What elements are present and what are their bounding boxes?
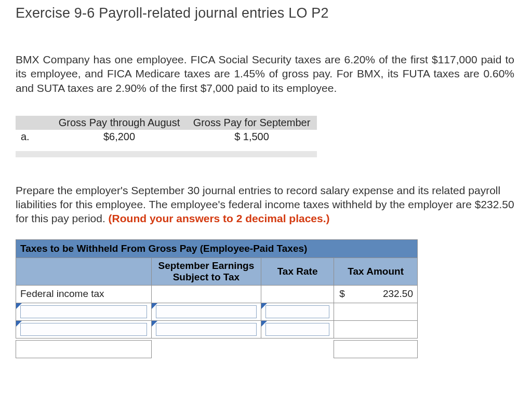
amount-cell: $ 232.50	[334, 285, 418, 303]
dropdown-indicator-icon	[152, 303, 157, 309]
instructions: Prepare the employer's September 30 jour…	[16, 183, 516, 226]
amount-cell[interactable]	[334, 303, 418, 320]
earnings-cell[interactable]	[152, 285, 261, 303]
dropdown-indicator-icon	[16, 321, 22, 327]
worksheet-col-amount: Tax Amount	[334, 258, 418, 285]
problem-intro: BMX Company has one employee. FICA Socia…	[16, 52, 514, 95]
total-amount-cell[interactable]	[334, 340, 418, 358]
amount-cell[interactable]	[334, 320, 418, 338]
dropdown-indicator-icon	[152, 321, 157, 327]
gross-table-footer-bar	[16, 151, 317, 157]
dropdown-indicator-icon	[16, 303, 22, 309]
gross-value-september: $ 1,500	[187, 130, 317, 144]
gross-value-august: $6,200	[52, 130, 187, 144]
gross-row-label: a.	[16, 130, 52, 144]
table-row: Federal income tax $ 232.50	[16, 285, 418, 303]
rounding-hint: (Round your answers to 2 decimal places.…	[109, 212, 330, 224]
table-total-row	[16, 340, 418, 358]
rate-dropdown[interactable]	[261, 303, 334, 320]
withholding-worksheet: Taxes to be Withheld From Gross Pay (Emp…	[16, 239, 418, 358]
worksheet-col-earnings: September Earnings Subject to Tax	[152, 258, 261, 285]
tax-name-dropdown[interactable]	[16, 320, 152, 338]
rate-dropdown[interactable]	[261, 320, 334, 338]
currency-symbol: $	[338, 288, 345, 300]
dropdown-indicator-icon	[261, 303, 267, 309]
worksheet-col-name	[16, 258, 152, 285]
rate-cell[interactable]	[261, 285, 334, 303]
tax-name-dropdown[interactable]	[16, 303, 152, 320]
gross-header-september: Gross Pay for September	[187, 116, 317, 130]
gross-pay-summary: Gross Pay through August Gross Pay for S…	[16, 116, 317, 144]
worksheet-col-rate: Tax Rate	[261, 258, 334, 285]
table-row	[16, 320, 418, 338]
gross-header-august: Gross Pay through August	[52, 116, 187, 130]
earnings-dropdown[interactable]	[152, 303, 261, 320]
earnings-dropdown[interactable]	[152, 320, 261, 338]
dropdown-indicator-icon	[261, 321, 267, 327]
gross-header-spacer	[16, 116, 52, 130]
worksheet-title: Taxes to be Withheld From Gross Pay (Emp…	[16, 239, 418, 258]
tax-name-cell: Federal income tax	[16, 285, 152, 303]
page-title: Exercise 9-6 Payroll-related journal ent…	[16, 5, 516, 21]
amount-value: 232.50	[383, 288, 413, 299]
total-label-cell[interactable]	[16, 340, 152, 358]
table-row	[16, 303, 418, 320]
